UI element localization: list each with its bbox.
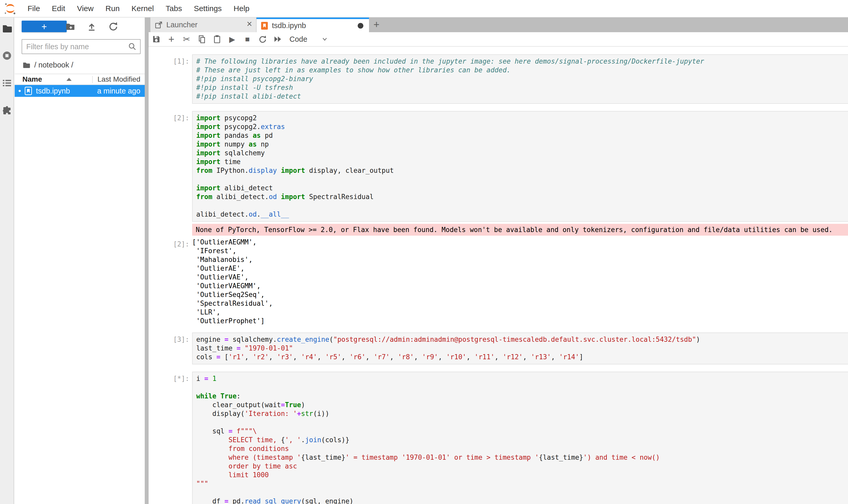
- column-header-name[interactable]: Name: [22, 75, 42, 84]
- code-line: import numpy as np: [196, 140, 848, 149]
- code-line: from alibi_detect.od import SpectralResi…: [196, 192, 848, 201]
- restart-run-all-button[interactable]: [270, 33, 285, 45]
- restart-kernel-button[interactable]: [255, 33, 270, 45]
- paste-cells-button[interactable]: [209, 33, 224, 45]
- cell-editor[interactable]: engine = sqlalchemy.create_engine("postg…: [192, 332, 848, 364]
- menubar: FileEditViewRunKernelTabsSettingsHelp: [0, 0, 848, 18]
- code-line: from IPython.display import display, cle…: [196, 166, 848, 175]
- menu-item-settings[interactable]: Settings: [188, 0, 228, 17]
- code-line: where (timestamp '{last_time}' = timesta…: [196, 453, 848, 462]
- close-icon[interactable]: ×: [247, 19, 252, 29]
- notebook-cell[interactable]: [3]:engine = sqlalchemy.create_engine("p…: [149, 332, 848, 364]
- cell-type-value: Code: [289, 35, 307, 43]
- notebook-cell[interactable]: [2]:import psycopg2import psycopg2.extra…: [149, 111, 848, 325]
- notebook-cell[interactable]: [*]:i = 1 while True: clear_output(wait=…: [149, 372, 848, 504]
- stop-icon: ■: [245, 35, 250, 43]
- code-line: import pandas as pd: [196, 131, 848, 140]
- code-line: #!pip install -U tsfresh: [196, 83, 848, 92]
- code-line: [196, 418, 848, 427]
- code-line: [196, 175, 848, 184]
- code-line: [196, 488, 848, 497]
- cell-input-prompt: [3]:: [149, 332, 192, 364]
- file-browser-panel: + / notebook / Name Last Modified •: [15, 18, 145, 504]
- run-cell-button[interactable]: ▶: [224, 33, 240, 45]
- execute-result: ['OutlierAEGMM', 'IForest', 'Mahalanobis…: [192, 237, 273, 325]
- menu-item-run[interactable]: Run: [100, 0, 126, 17]
- tab-launcher[interactable]: Launcher ×: [150, 18, 256, 32]
- cell-type-dropdown[interactable]: Code: [289, 35, 327, 43]
- activity-bar: [0, 18, 14, 504]
- table-of-contents-icon[interactable]: [2, 78, 12, 88]
- filter-files-input[interactable]: [22, 42, 128, 51]
- code-line: import psycopg2.extras: [196, 122, 848, 131]
- file-name: tsdb.ipynb: [36, 87, 70, 95]
- menu-item-help[interactable]: Help: [228, 0, 255, 17]
- new-tab-button[interactable]: +: [369, 18, 384, 32]
- file-list-header: Name Last Modified: [15, 74, 145, 85]
- file-browser-icon[interactable]: [2, 23, 12, 34]
- menu-item-file[interactable]: File: [22, 0, 46, 17]
- code-line: #!pip install psycopg2-binary: [196, 74, 848, 83]
- cell-editor[interactable]: import psycopg2import psycopg2.extrasimp…: [192, 111, 848, 222]
- column-divider: [92, 76, 93, 83]
- code-line: import time: [196, 157, 848, 166]
- file-list-item-selected[interactable]: • tsdb.ipynb a minute ago: [15, 85, 145, 97]
- menu-item-tabs[interactable]: Tabs: [160, 0, 188, 17]
- notebook-toolbar: + ✂ ▶ ■ C: [149, 32, 848, 47]
- notebook-file-icon: [24, 86, 33, 95]
- unsaved-changes-icon[interactable]: [358, 23, 363, 29]
- code-line: import psycopg2: [196, 113, 848, 122]
- code-line: # These are just left in as examples to …: [196, 66, 848, 74]
- menu-item-edit[interactable]: Edit: [46, 0, 71, 17]
- cell-input-prompt: [2]:: [149, 111, 192, 222]
- add-cell-button[interactable]: +: [164, 33, 179, 45]
- new-launcher-button[interactable]: +: [22, 21, 67, 32]
- running-sessions-icon[interactable]: [2, 51, 12, 61]
- code-line: import sqlalchemy: [196, 149, 848, 157]
- breadcrumb[interactable]: / notebook /: [22, 60, 73, 70]
- refresh-icon[interactable]: [108, 21, 119, 32]
- code-line: df = pd.read_sql_query(sql, engine): [196, 497, 848, 504]
- code-line: [196, 383, 848, 392]
- notebook-content: [1]:# The following libraries have alrea…: [149, 47, 848, 504]
- cell-list: [1]:# The following libraries have alrea…: [149, 54, 848, 504]
- code-line: while True:: [196, 392, 848, 400]
- unsaved-dot-icon: •: [18, 87, 21, 95]
- cell-input-prompt: [*]:: [149, 372, 192, 504]
- cut-cells-button[interactable]: ✂: [179, 33, 194, 45]
- cell-editor[interactable]: i = 1 while True: clear_output(wait=True…: [192, 372, 848, 504]
- code-line: clear_output(wait=True): [196, 400, 848, 409]
- sort-ascending-icon: [67, 78, 72, 81]
- save-button[interactable]: [149, 33, 164, 45]
- cell-output-prompt: [149, 224, 192, 236]
- new-folder-icon[interactable]: [65, 21, 75, 32]
- tab-label: tsdb.ipynb: [272, 21, 306, 30]
- extension-manager-icon[interactable]: [2, 105, 12, 115]
- sidebar-splitter[interactable]: [145, 18, 149, 504]
- column-header-modified[interactable]: Last Modified: [97, 75, 140, 84]
- code-line: display('Iteration: '+str(i)): [196, 409, 848, 418]
- code-line: # The following libraries have already b…: [196, 57, 848, 66]
- code-line: cols = ['r1', 'r2', 'r3', 'r4', 'r5', 'r…: [196, 353, 848, 361]
- code-line: limit 1000: [196, 470, 848, 479]
- code-line: #!pip install alibi-detect: [196, 92, 848, 101]
- tab-notebook-active[interactable]: tsdb.ipynb: [256, 18, 369, 32]
- notebook-cell[interactable]: [1]:# The following libraries have alrea…: [149, 54, 848, 104]
- menu-item-kernel[interactable]: Kernel: [126, 0, 160, 17]
- jupyterlab-window: { "menubar": { "items": ["File", "Edit",…: [0, 0, 848, 504]
- code-line: i = 1: [196, 374, 848, 383]
- plus-icon: +: [373, 19, 379, 30]
- code-line: order by time asc: [196, 462, 848, 470]
- code-line: from conditions: [196, 444, 848, 453]
- cell-input-prompt: [1]:: [149, 54, 192, 104]
- copy-cells-button[interactable]: [194, 33, 209, 45]
- stop-kernel-button[interactable]: ■: [240, 33, 255, 45]
- upload-icon[interactable]: [87, 21, 97, 32]
- code-line: [196, 201, 848, 210]
- plus-icon: +: [168, 34, 174, 45]
- stderr-output: None of PyTorch, TensorFlow >= 2.0, or F…: [192, 224, 848, 236]
- code-line: SELECT time, {', '.join(cols)}: [196, 435, 848, 444]
- code-line: last_time = "1970-01-01": [196, 344, 848, 353]
- cell-editor[interactable]: # The following libraries have already b…: [192, 54, 848, 104]
- menu-item-view[interactable]: View: [71, 0, 100, 17]
